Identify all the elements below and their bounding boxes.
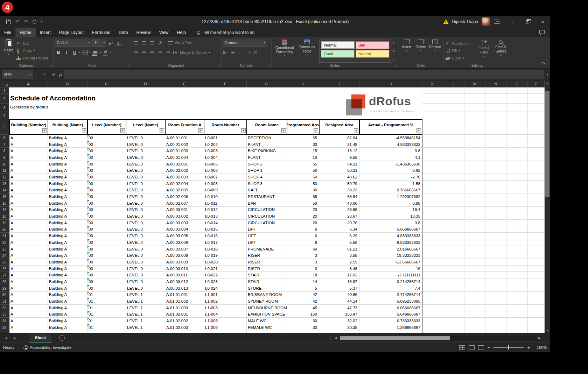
cell-A7[interactable]: A — [9, 141, 48, 148]
cell-J22[interactable]: -6.833333333 — [359, 239, 422, 246]
cell-F17[interactable]: L0-012 — [204, 207, 247, 213]
cell-N33[interactable] — [485, 311, 506, 318]
cell-J11[interactable]: 0.62 — [359, 167, 422, 174]
cell-L25[interactable] — [443, 259, 464, 266]
filter-button-A[interactable]: ▼ — [42, 128, 47, 133]
cell-J5[interactable]: Actual - Programmed %▼ — [359, 119, 422, 135]
row-header-6[interactable]: 6 — [0, 135, 9, 141]
cell-B12[interactable]: Building A — [48, 174, 88, 181]
cell-M15[interactable] — [464, 193, 485, 200]
cell-J1[interactable] — [359, 87, 422, 94]
cell-C24[interactable]: 00 — [88, 252, 126, 259]
cell-N11[interactable] — [485, 167, 506, 174]
row-header-16[interactable]: 16 — [0, 200, 9, 207]
cell-F12[interactable]: L0-007 — [204, 174, 247, 181]
cell-O32[interactable] — [506, 305, 528, 311]
cell-H22[interactable]: 6 — [287, 239, 319, 246]
cell-A16[interactable]: A — [9, 200, 48, 207]
cell-J8[interactable]: 0.8 — [359, 148, 422, 154]
cell-P34[interactable] — [528, 318, 545, 324]
cell-D15[interactable]: LEVEL 0 — [126, 193, 165, 200]
cell-N18[interactable] — [485, 213, 506, 220]
cell-D3[interactable] — [126, 104, 165, 112]
cell-N22[interactable] — [485, 239, 506, 246]
cell-A9[interactable]: A — [9, 154, 48, 161]
cell-L32[interactable] — [443, 305, 464, 311]
cell-E33[interactable]: A.01.02.001 — [165, 311, 204, 318]
normal-view-icon[interactable] — [459, 345, 465, 350]
cell-E27[interactable]: A.00.03.011 — [165, 272, 204, 278]
filter-button-D[interactable]: ▼ — [160, 128, 164, 133]
cell-L16[interactable] — [443, 200, 464, 207]
cell-K34[interactable] — [422, 318, 443, 324]
cell-D18[interactable]: LEVEL 0 — [126, 213, 165, 220]
column-header-I[interactable]: I — [319, 80, 359, 87]
cell-J13[interactable]: 1.58 — [359, 181, 422, 187]
zoom-in-icon[interactable]: + — [527, 345, 530, 350]
vertical-scrollbar[interactable]: ▲ ▼ — [545, 80, 550, 333]
tab-help[interactable]: Help — [173, 28, 190, 37]
expand-formula-bar-icon[interactable]: ▾ — [546, 73, 548, 76]
cell-C16[interactable]: 00 — [88, 200, 126, 207]
cell-O30[interactable] — [506, 292, 528, 298]
cell-M14[interactable] — [464, 187, 485, 194]
cell-A23[interactable]: A — [9, 246, 48, 253]
cell-D10[interactable]: LEVEL 0 — [126, 161, 165, 168]
cell-H5[interactable]: Programmed Area▼ — [287, 119, 319, 135]
cell-N31[interactable] — [485, 298, 506, 305]
cell-I16[interactable]: 48.06 — [319, 200, 359, 207]
cell-D25[interactable]: LEVEL 0 — [126, 259, 165, 266]
cell-P25[interactable] — [528, 259, 545, 266]
tell-me-search[interactable]: Tell me what you want to do — [197, 28, 254, 37]
cell-E18[interactable]: A.00.03.002 — [165, 213, 204, 220]
cell-K19[interactable] — [422, 220, 443, 226]
cell-O25[interactable] — [506, 259, 528, 266]
cell-C3[interactable] — [88, 104, 126, 112]
cell-H28[interactable]: 14 — [287, 278, 319, 285]
cell-P4[interactable] — [528, 112, 545, 119]
cell-F9[interactable]: L0-004 — [204, 154, 247, 161]
warning-icon[interactable] — [443, 19, 449, 24]
column-header-F[interactable]: F — [204, 80, 247, 87]
cell-F13[interactable]: L0-008 — [204, 181, 247, 187]
cell-L20[interactable] — [443, 226, 464, 233]
cell-M4[interactable] — [464, 112, 485, 119]
comma-format-button[interactable]: , — [238, 50, 239, 55]
row-header-35[interactable]: 35 — [0, 324, 9, 331]
cell-N9[interactable] — [485, 154, 506, 161]
cell-F32[interactable]: L1-003 — [204, 305, 247, 311]
cell-I7[interactable]: 31.48 — [319, 141, 359, 148]
cell-N4[interactable] — [485, 112, 506, 119]
cell-I17[interactable]: 23.88 — [319, 207, 359, 213]
cell-B11[interactable]: Building A — [48, 167, 88, 174]
cell-P26[interactable] — [528, 266, 545, 272]
cell-C10[interactable]: 00 — [88, 161, 126, 168]
alignment-dialog-launcher[interactable]: ↘ — [218, 64, 220, 67]
row-header-29[interactable]: 29 — [0, 285, 9, 292]
zoom-slider-thumb[interactable] — [508, 345, 509, 350]
cell-C25[interactable]: 00 — [88, 259, 126, 266]
cell-D21[interactable]: LEVEL 0 — [126, 233, 165, 239]
cell-O21[interactable] — [506, 233, 528, 239]
autosum-button[interactable]: ΣAutoSum▾ — [445, 40, 476, 47]
cell-M10[interactable] — [464, 161, 485, 168]
cell-O24[interactable] — [506, 252, 528, 259]
cell-K17[interactable] — [422, 207, 443, 213]
merge-center-button[interactable]: Merge & Center▾ — [173, 49, 210, 56]
cell-D12[interactable]: LEVEL 0 — [126, 174, 165, 181]
cell-G17[interactable]: CIRCULATION — [247, 207, 287, 213]
paste-button[interactable]: Paste▾ — [1, 38, 16, 63]
cell-C30[interactable]: 01 — [88, 292, 126, 298]
cell-G23[interactable]: PROMENADE — [247, 246, 287, 253]
cell-N29[interactable] — [485, 285, 506, 292]
cell-N15[interactable] — [485, 193, 506, 200]
cell-A35[interactable]: A — [9, 324, 48, 331]
cell-L34[interactable] — [443, 318, 464, 324]
cell-O11[interactable] — [506, 167, 528, 174]
column-header-E[interactable]: E — [165, 80, 204, 87]
cell-H16[interactable]: 50 — [287, 200, 319, 207]
cell-F14[interactable]: L0-009 — [204, 187, 247, 194]
vertical-scrollbar-thumb[interactable] — [545, 91, 550, 197]
cell-A1[interactable] — [9, 87, 48, 94]
cell-B13[interactable]: Building A — [48, 181, 88, 187]
